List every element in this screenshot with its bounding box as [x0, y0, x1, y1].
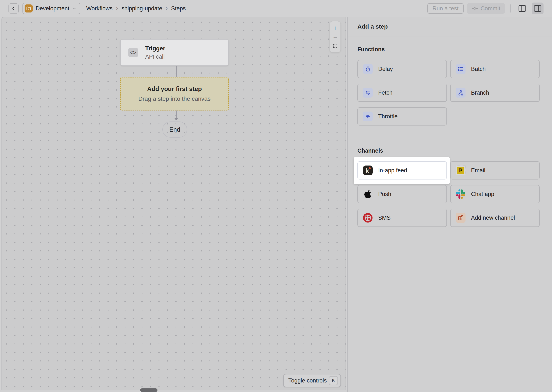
channel-button-sms[interactable]: SMS — [357, 209, 447, 227]
drop-zone-subtitle: Drag a step into the canvas — [138, 95, 211, 102]
chevron-down-icon — [72, 6, 77, 11]
knock-logo-dot — [369, 167, 371, 169]
end-node[interactable]: End — [162, 121, 187, 138]
edge-connector — [176, 111, 177, 118]
knock-logo: k — [363, 166, 373, 175]
channel-button-in-app-feed[interactable]: k In-app feed — [357, 161, 447, 180]
channel-button-chat-app[interactable]: Chat app — [450, 185, 540, 203]
fit-view-button[interactable] — [332, 43, 338, 49]
arrow-down-icon — [174, 118, 178, 120]
add-step-panel: Add a step Functions Delay Batch Fetch — [347, 17, 552, 392]
breadcrumb-steps[interactable]: Steps — [171, 5, 186, 12]
functions-section-label: Functions — [357, 46, 540, 53]
environment-switcher[interactable]: Development — [22, 3, 80, 14]
right-panel-toggle-button[interactable] — [532, 3, 544, 14]
throttle-lines-icon — [363, 112, 373, 121]
step-button-batch[interactable]: Batch — [450, 60, 540, 78]
topbar-actions: Run a test Commit — [427, 3, 544, 14]
step-button-throttle[interactable]: Throttle — [357, 107, 447, 126]
panel-right-icon — [534, 5, 541, 12]
breadcrumb-separator: › — [166, 4, 168, 12]
workflow-canvas[interactable]: <> Trigger API call Add your first step … — [1, 17, 346, 390]
channels-section-label: Channels — [357, 147, 540, 154]
channels-grid: k In-app feed P Email Push — [357, 161, 540, 227]
step-button-delay[interactable]: Delay — [357, 60, 447, 78]
postmark-logo: P — [456, 166, 465, 175]
first-step-drop-zone[interactable]: Add your first step Drag a step into the… — [120, 77, 229, 111]
tree-icon — [456, 88, 465, 98]
trigger-subtitle: API call — [145, 54, 165, 60]
channel-button-add-new-channel[interactable]: Add new channel — [450, 209, 540, 227]
stopwatch-icon — [363, 64, 373, 74]
panel-left-icon — [518, 5, 526, 12]
add-blocks-icon — [456, 213, 465, 223]
channel-button-push[interactable]: Push — [357, 185, 447, 203]
toggle-controls-button[interactable]: Toggle controls K — [283, 374, 341, 387]
code-icon: <> — [128, 48, 138, 57]
commit-button[interactable]: Commit — [467, 3, 505, 14]
edge-connector — [176, 66, 177, 77]
zoom-out-button[interactable]: − — [333, 34, 337, 40]
commit-icon — [472, 6, 478, 11]
horizontal-scrollbar-thumb[interactable] — [140, 388, 158, 392]
toggle-controls-label: Toggle controls — [288, 377, 327, 384]
step-button-branch[interactable]: Branch — [450, 84, 540, 102]
left-panel-toggle-button[interactable] — [516, 3, 528, 14]
swap-arrows-icon — [363, 88, 373, 98]
breadcrumb-workflow-name[interactable]: shipping-update — [122, 5, 162, 12]
panel-title: Add a step — [348, 17, 552, 36]
list-icon — [456, 64, 465, 74]
breadcrumb-workflows[interactable]: Workflows — [86, 5, 113, 12]
chevron-left-icon — [11, 6, 16, 11]
back-button[interactable] — [8, 3, 19, 14]
trigger-title: Trigger — [145, 45, 165, 52]
step-button-fetch[interactable]: Fetch — [357, 84, 447, 102]
topbar-divider — [510, 4, 511, 13]
keyboard-shortcut-k: K — [329, 376, 338, 385]
drop-zone-title: Add your first step — [147, 85, 202, 92]
environment-folder-icon — [25, 4, 33, 13]
twilio-logo — [363, 213, 373, 223]
slack-logo — [456, 189, 465, 199]
channel-button-email[interactable]: P Email — [450, 161, 540, 180]
top-bar: Development Workflows › shipping-update … — [0, 0, 552, 17]
trigger-node[interactable]: <> Trigger API call — [120, 39, 229, 66]
run-a-test-button[interactable]: Run a test — [427, 3, 464, 14]
zoom-in-button[interactable]: + — [333, 25, 337, 31]
canvas-zoom-controls: + − — [330, 21, 341, 52]
functions-grid: Delay Batch Fetch Branch — [357, 60, 540, 126]
breadcrumb: Workflows › shipping-update › Steps — [86, 5, 186, 12]
apple-logo — [363, 189, 373, 199]
breadcrumb-separator: › — [116, 4, 118, 12]
environment-label: Development — [36, 5, 69, 12]
